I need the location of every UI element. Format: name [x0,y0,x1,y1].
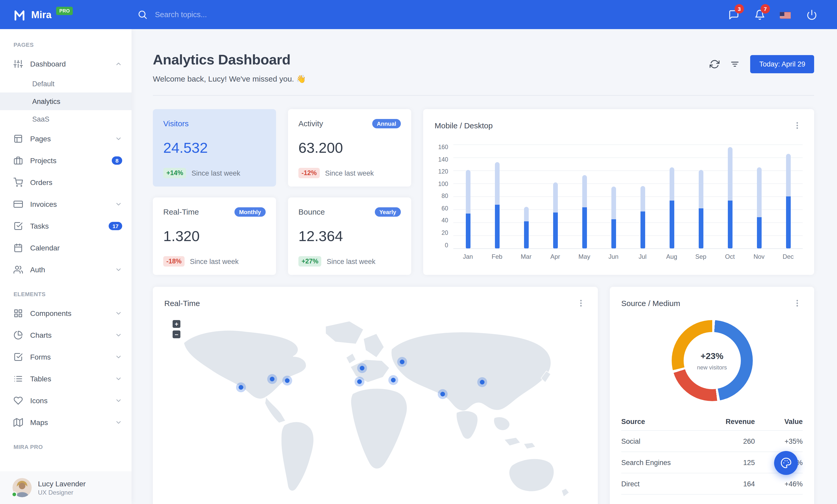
sidebar-section-label: MIRA PRO [0,433,131,455]
sidebar-item-default[interactable]: Default [0,75,131,93]
x-axis-label: Dec [773,253,803,263]
sidebar-item-calendar[interactable]: Calendar [0,237,131,259]
layout-icon [14,134,23,144]
y-axis: 160140120100806040200 [434,145,453,248]
card-menu-button[interactable] [791,119,803,131]
sidebar-item-orders[interactable]: Orders [0,171,131,193]
refresh-icon [710,59,720,69]
sidebar-item-label: Charts [30,331,108,339]
sidebar-item-maps[interactable]: Maps [0,411,131,433]
map-zoom-out-button[interactable]: − [173,331,180,338]
map-marker [270,376,275,381]
sidebar-item-charts[interactable]: Charts [0,324,131,346]
messages-button[interactable]: 3 [723,4,745,25]
donut-chart: +23% new visitors [672,320,752,401]
stat-card-note: Since last week [190,258,238,265]
donut-center-value: +23% [700,351,724,361]
y-axis-label: 60 [441,206,448,212]
sidebar-item-label: Tables [30,375,108,383]
map-zoom-in-button[interactable]: + [173,320,180,328]
sidebar-item-analytics[interactable]: Analytics [0,93,131,110]
card-menu-button[interactable] [575,297,586,309]
sidebar-item-dashboard[interactable]: Dashboard [0,53,131,75]
sidebar-item-badge: 17 [109,222,122,230]
column-header-revenue: Revenue [677,413,755,430]
stat-card-realtime: Real-Time Monthly 1.320 -18% Since last … [153,198,276,275]
online-status-dot [12,491,17,497]
sidebar-item-invoices[interactable]: Invoices [0,193,131,215]
filter-button[interactable] [730,59,740,69]
map-marker [357,379,362,384]
sidebar-item-icons[interactable]: Icons [0,390,131,411]
stat-card-note: Since last week [327,258,376,265]
language-button[interactable] [774,4,797,25]
power-icon [806,9,817,20]
source-table: Source Revenue Value Social260+35%Search… [621,413,803,494]
cell-value: +46% [755,473,803,494]
users-icon [14,265,23,274]
x-axis-label: Nov [745,253,773,263]
bar-oct [715,145,745,248]
y-axis-label: 100 [438,181,448,187]
bar-jun [599,145,628,248]
calendar-icon [14,243,23,253]
sidebar-item-label: Calendar [30,244,122,252]
sidebar-item-forms[interactable]: Forms [0,346,131,368]
y-axis-label: 0 [445,242,448,248]
mobile-desktop-card: Mobile / Desktop 160140120100806040200 J… [423,109,814,275]
sidebar-item-components[interactable]: Components [0,302,131,324]
pro-badge: PRO [56,6,73,15]
sidebar-item-tables[interactable]: Tables [0,368,131,390]
date-range-button[interactable]: Today: April 29 [750,55,814,73]
stat-card-badge: Annual [372,119,401,128]
map-marker [239,385,244,390]
sidebar-item-projects[interactable]: Projects8 [0,150,131,171]
filter-icon [730,59,740,69]
grid-icon [14,309,23,318]
map-marker [399,360,404,365]
card-menu-button[interactable] [791,297,803,309]
chevron-down-icon [115,353,122,360]
logout-button[interactable] [801,4,822,25]
bar-nov [745,145,773,248]
sidebar-item-label: Invoices [30,200,108,208]
table-row: Direct164+46% [621,473,803,494]
sidebar-item-saas[interactable]: SaaS [0,110,131,128]
notifications-button[interactable]: 7 [749,4,770,25]
map-marker [285,378,289,383]
stat-card-value: 24.532 [163,140,266,156]
messages-badge: 3 [735,4,744,14]
check-square-icon [14,352,23,362]
stat-card-note: Since last week [192,169,241,177]
sidebar-item-auth[interactable]: Auth [0,259,131,281]
stat-card-change: -12% [298,168,320,178]
sidebar-item-pages[interactable]: Pages [0,128,131,150]
user-role: UX Designer [38,489,86,496]
kebab-icon [576,299,585,307]
stat-card-title: Bounce [298,207,325,216]
sidebar-item-label: Tasks [30,222,102,230]
cell-value: +35% [755,430,803,452]
realtime-map-card: Real-Time + − [153,287,598,504]
bar-aug [657,145,686,248]
refresh-button[interactable] [710,59,720,69]
chevron-down-icon [115,135,122,142]
main-content: Analytics Dashboard Welcome back, Lucy! … [131,29,837,504]
mira-logo-icon [14,7,26,21]
sidebar-item-tasks[interactable]: Tasks17 [0,215,131,237]
brand-name: Mira [31,7,52,22]
sidebar-user[interactable]: Lucy Lavender UX Designer [0,471,131,504]
map-marker [480,379,484,384]
chevron-down-icon [115,397,122,404]
cell-source: Social [621,430,677,452]
sidebar-item-label: Projects [30,156,105,165]
cell-revenue: 125 [677,452,755,473]
card-title: Mobile / Desktop [434,121,493,130]
bar-jul [628,145,657,248]
sidebar-item-label: Orders [30,178,122,187]
app: Mira PRO 3 7 [0,0,837,504]
theme-settings-fab[interactable] [774,451,798,475]
search-input[interactable] [155,11,280,19]
credit-card-icon [14,200,23,209]
brand[interactable]: Mira PRO [14,7,137,22]
